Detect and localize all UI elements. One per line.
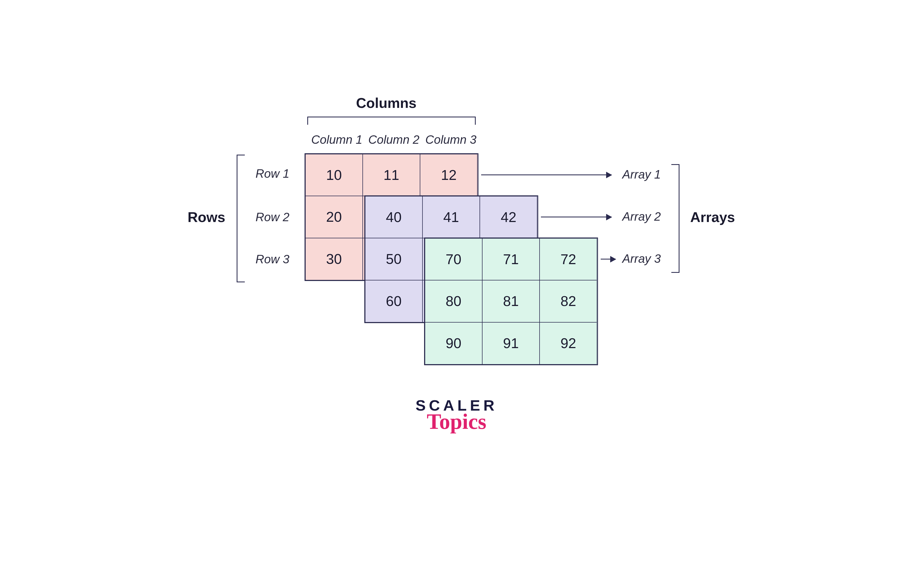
- arrays-title: Arrays: [691, 209, 735, 225]
- diagram-stage: Columns Column 1 Column 2 Column 3 Rows …: [163, 95, 761, 448]
- cell-l3-r3-c3: 92: [540, 322, 597, 364]
- cell-l3-r1-c3: 72: [540, 238, 597, 281]
- cell-l2-r3-c1: 60: [365, 280, 423, 322]
- cell-l1-r3-c1: 30: [305, 238, 363, 280]
- cell-l3-r2-c3: 82: [540, 280, 597, 322]
- rows-title: Rows: [188, 209, 225, 225]
- arrow-array-3: [601, 259, 616, 260]
- columns-bracket: [307, 117, 476, 125]
- arrow-array-1: [481, 174, 611, 175]
- cell-l3-r1-c2: 71: [482, 238, 540, 281]
- arrow-array-2: [541, 217, 611, 218]
- columns-title: Columns: [356, 95, 417, 111]
- cell-l1-r1-c1: 10: [305, 154, 363, 196]
- cell-l2-r1-c1: 40: [365, 196, 423, 238]
- cell-l1-r2-c1: 20: [305, 196, 363, 238]
- cell-l3-r3-c1: 90: [425, 322, 482, 364]
- column-1-label: Column 1: [311, 133, 362, 146]
- cell-l1-r1-c2: 11: [363, 154, 420, 196]
- cell-l3-r2-c1: 80: [425, 280, 482, 322]
- array-1-label: Array 1: [622, 168, 661, 181]
- cell-l2-r1-c3: 42: [480, 196, 537, 238]
- cell-l3-r2-c2: 81: [482, 280, 540, 322]
- cell-l3-r1-c1: 70: [425, 238, 482, 281]
- cell-l2-r2-c1: 50: [365, 238, 423, 280]
- array-layer-3: 70 71 72 80 81 82 90 91 92: [424, 237, 598, 365]
- row-1-label: Row 1: [256, 167, 290, 180]
- array-2-label: Array 2: [622, 210, 661, 223]
- array-3-label: Array 3: [622, 252, 661, 266]
- arrays-bracket: [671, 164, 679, 273]
- cell-l2-r1-c2: 41: [423, 196, 480, 238]
- rows-bracket: [237, 154, 245, 283]
- row-2-label: Row 2: [256, 210, 290, 224]
- column-3-label: Column 3: [425, 133, 477, 146]
- cell-l3-r3-c2: 91: [482, 322, 540, 364]
- scaler-topics-logo: SCALER Topics: [405, 396, 508, 434]
- row-3-label: Row 3: [256, 252, 290, 266]
- column-2-label: Column 2: [368, 133, 420, 146]
- cell-l1-r1-c3: 12: [420, 154, 477, 196]
